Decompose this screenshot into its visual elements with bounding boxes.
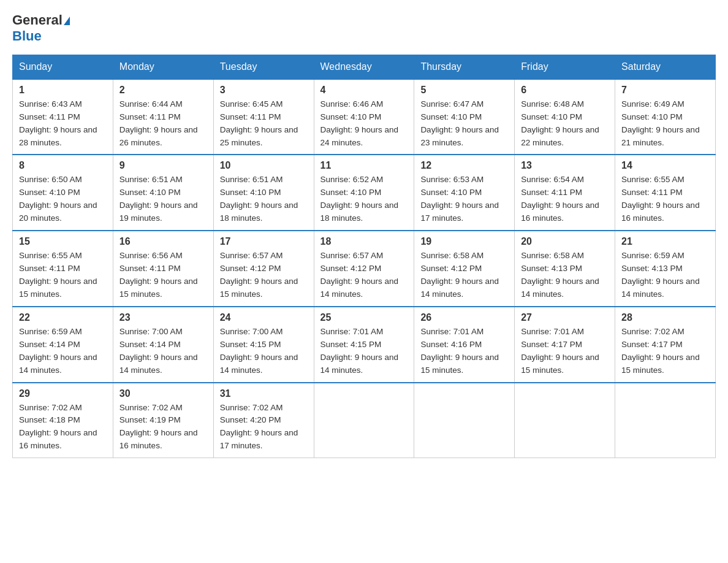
weekday-header: Saturday (615, 55, 716, 79)
day-number: 23 (119, 312, 207, 323)
logo: General Blue (12, 12, 70, 45)
calendar-day-cell (414, 383, 515, 458)
calendar-day-cell: 13 Sunrise: 6:54 AM Sunset: 4:11 PM Dayl… (515, 155, 615, 231)
calendar-day-cell (515, 383, 615, 458)
day-number: 10 (220, 160, 308, 171)
calendar-week-row: 8 Sunrise: 6:50 AM Sunset: 4:10 PM Dayli… (13, 155, 716, 231)
day-info: Sunrise: 6:53 AM Sunset: 4:10 PM Dayligh… (420, 174, 508, 225)
day-info: Sunrise: 6:46 AM Sunset: 4:10 PM Dayligh… (320, 98, 408, 150)
calendar-table: SundayMondayTuesdayWednesdayThursdayFrid… (12, 55, 716, 458)
calendar-day-cell: 29 Sunrise: 7:02 AM Sunset: 4:18 PM Dayl… (13, 383, 113, 458)
day-number: 1 (19, 85, 107, 96)
day-info: Sunrise: 6:51 AM Sunset: 4:10 PM Dayligh… (119, 174, 207, 225)
day-number: 7 (621, 85, 709, 96)
calendar-week-row: 1 Sunrise: 6:43 AM Sunset: 4:11 PM Dayli… (13, 79, 716, 155)
calendar-day-cell: 18 Sunrise: 6:57 AM Sunset: 4:12 PM Dayl… (314, 231, 414, 307)
day-number: 26 (420, 312, 508, 323)
calendar-day-cell: 2 Sunrise: 6:44 AM Sunset: 4:11 PM Dayli… (113, 79, 213, 155)
day-number: 18 (320, 236, 408, 247)
day-info: Sunrise: 6:51 AM Sunset: 4:10 PM Dayligh… (220, 174, 308, 225)
day-number: 21 (621, 236, 709, 247)
weekday-header: Tuesday (213, 55, 314, 79)
day-number: 2 (119, 85, 207, 96)
calendar-header-row: SundayMondayTuesdayWednesdayThursdayFrid… (13, 55, 716, 79)
day-info: Sunrise: 7:01 AM Sunset: 4:16 PM Dayligh… (420, 326, 508, 377)
calendar-day-cell: 31 Sunrise: 7:02 AM Sunset: 4:20 PM Dayl… (213, 383, 314, 458)
day-number: 17 (220, 236, 308, 247)
day-info: Sunrise: 6:52 AM Sunset: 4:10 PM Dayligh… (320, 174, 408, 225)
calendar-week-row: 22 Sunrise: 6:59 AM Sunset: 4:14 PM Dayl… (13, 307, 716, 383)
logo-triangle-icon (64, 17, 70, 25)
day-info: Sunrise: 6:55 AM Sunset: 4:11 PM Dayligh… (19, 250, 107, 301)
day-number: 28 (621, 312, 709, 323)
day-number: 31 (220, 388, 308, 399)
day-info: Sunrise: 7:01 AM Sunset: 4:15 PM Dayligh… (320, 326, 408, 377)
day-number: 25 (320, 312, 408, 323)
day-number: 5 (420, 85, 508, 96)
calendar-day-cell (314, 383, 414, 458)
day-number: 24 (220, 312, 308, 323)
day-number: 29 (19, 388, 107, 399)
calendar-day-cell: 24 Sunrise: 7:00 AM Sunset: 4:15 PM Dayl… (213, 307, 314, 383)
day-number: 22 (19, 312, 107, 323)
calendar-day-cell: 4 Sunrise: 6:46 AM Sunset: 4:10 PM Dayli… (314, 79, 414, 155)
calendar-day-cell: 6 Sunrise: 6:48 AM Sunset: 4:10 PM Dayli… (515, 79, 615, 155)
day-info: Sunrise: 6:48 AM Sunset: 4:10 PM Dayligh… (521, 98, 609, 150)
calendar-day-cell: 17 Sunrise: 6:57 AM Sunset: 4:12 PM Dayl… (213, 231, 314, 307)
day-info: Sunrise: 6:47 AM Sunset: 4:10 PM Dayligh… (420, 98, 508, 150)
calendar-day-cell: 22 Sunrise: 6:59 AM Sunset: 4:14 PM Dayl… (13, 307, 113, 383)
day-number: 6 (521, 85, 609, 96)
calendar-day-cell: 26 Sunrise: 7:01 AM Sunset: 4:16 PM Dayl… (414, 307, 515, 383)
calendar-day-cell: 7 Sunrise: 6:49 AM Sunset: 4:10 PM Dayli… (615, 79, 716, 155)
day-number: 4 (320, 85, 408, 96)
day-info: Sunrise: 6:50 AM Sunset: 4:10 PM Dayligh… (19, 174, 107, 225)
calendar-day-cell: 20 Sunrise: 6:58 AM Sunset: 4:13 PM Dayl… (515, 231, 615, 307)
day-info: Sunrise: 6:54 AM Sunset: 4:11 PM Dayligh… (521, 174, 609, 225)
day-number: 16 (119, 236, 207, 247)
day-number: 13 (521, 160, 609, 171)
weekday-header: Wednesday (314, 55, 414, 79)
weekday-header: Thursday (414, 55, 515, 79)
day-info: Sunrise: 7:02 AM Sunset: 4:19 PM Dayligh… (119, 402, 207, 453)
calendar-week-row: 29 Sunrise: 7:02 AM Sunset: 4:18 PM Dayl… (13, 383, 716, 458)
day-info: Sunrise: 6:57 AM Sunset: 4:12 PM Dayligh… (320, 250, 408, 301)
weekday-header: Friday (515, 55, 615, 79)
page-header: General Blue (12, 12, 716, 45)
day-info: Sunrise: 6:59 AM Sunset: 4:14 PM Dayligh… (19, 326, 107, 377)
day-info: Sunrise: 7:02 AM Sunset: 4:20 PM Dayligh… (220, 402, 308, 453)
calendar-day-cell: 10 Sunrise: 6:51 AM Sunset: 4:10 PM Dayl… (213, 155, 314, 231)
day-number: 14 (621, 160, 709, 171)
calendar-day-cell: 15 Sunrise: 6:55 AM Sunset: 4:11 PM Dayl… (13, 231, 113, 307)
calendar-day-cell: 1 Sunrise: 6:43 AM Sunset: 4:11 PM Dayli… (13, 79, 113, 155)
calendar-day-cell: 9 Sunrise: 6:51 AM Sunset: 4:10 PM Dayli… (113, 155, 213, 231)
day-info: Sunrise: 7:00 AM Sunset: 4:14 PM Dayligh… (119, 326, 207, 377)
day-info: Sunrise: 6:57 AM Sunset: 4:12 PM Dayligh… (220, 250, 308, 301)
day-info: Sunrise: 7:02 AM Sunset: 4:17 PM Dayligh… (621, 326, 709, 377)
day-number: 12 (420, 160, 508, 171)
calendar-day-cell: 21 Sunrise: 6:59 AM Sunset: 4:13 PM Dayl… (615, 231, 716, 307)
day-info: Sunrise: 7:02 AM Sunset: 4:18 PM Dayligh… (19, 402, 107, 453)
calendar-day-cell (615, 383, 716, 458)
day-info: Sunrise: 6:44 AM Sunset: 4:11 PM Dayligh… (119, 98, 207, 150)
day-number: 8 (19, 160, 107, 171)
logo-blue: Blue (12, 28, 70, 44)
calendar-day-cell: 19 Sunrise: 6:58 AM Sunset: 4:12 PM Dayl… (414, 231, 515, 307)
calendar-day-cell: 14 Sunrise: 6:55 AM Sunset: 4:11 PM Dayl… (615, 155, 716, 231)
weekday-header: Sunday (13, 55, 113, 79)
calendar-day-cell: 27 Sunrise: 7:01 AM Sunset: 4:17 PM Dayl… (515, 307, 615, 383)
day-info: Sunrise: 6:58 AM Sunset: 4:13 PM Dayligh… (521, 250, 609, 301)
day-number: 15 (19, 236, 107, 247)
day-number: 20 (521, 236, 609, 247)
day-number: 30 (119, 388, 207, 399)
calendar-day-cell: 5 Sunrise: 6:47 AM Sunset: 4:10 PM Dayli… (414, 79, 515, 155)
logo-general: General (12, 12, 70, 28)
day-info: Sunrise: 6:59 AM Sunset: 4:13 PM Dayligh… (621, 250, 709, 301)
calendar-day-cell: 16 Sunrise: 6:56 AM Sunset: 4:11 PM Dayl… (113, 231, 213, 307)
calendar-day-cell: 12 Sunrise: 6:53 AM Sunset: 4:10 PM Dayl… (414, 155, 515, 231)
calendar-day-cell: 30 Sunrise: 7:02 AM Sunset: 4:19 PM Dayl… (113, 383, 213, 458)
calendar-day-cell: 11 Sunrise: 6:52 AM Sunset: 4:10 PM Dayl… (314, 155, 414, 231)
day-info: Sunrise: 6:58 AM Sunset: 4:12 PM Dayligh… (420, 250, 508, 301)
day-info: Sunrise: 7:00 AM Sunset: 4:15 PM Dayligh… (220, 326, 308, 377)
calendar-day-cell: 3 Sunrise: 6:45 AM Sunset: 4:11 PM Dayli… (213, 79, 314, 155)
calendar-day-cell: 28 Sunrise: 7:02 AM Sunset: 4:17 PM Dayl… (615, 307, 716, 383)
